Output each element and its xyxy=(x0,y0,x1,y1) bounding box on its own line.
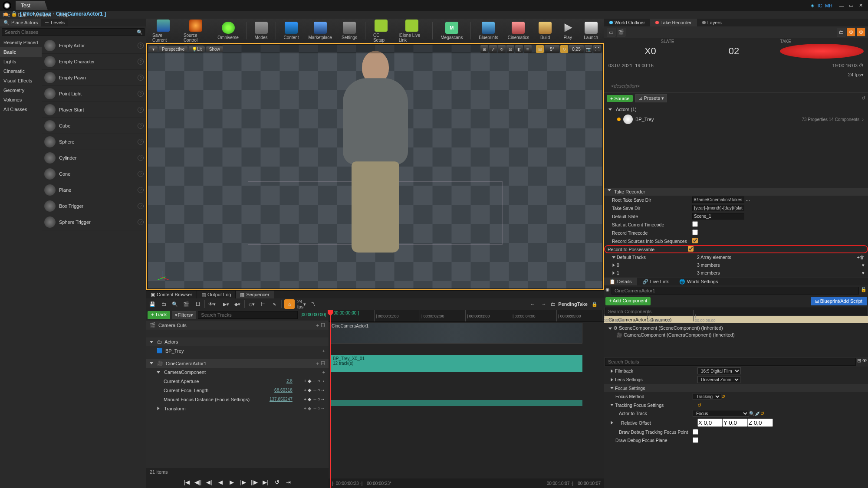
project-tab[interactable]: Test xyxy=(16,1,48,10)
search-components-input[interactable] xyxy=(605,308,867,315)
snap-rot-button[interactable]: ↻ xyxy=(560,45,568,53)
snap-angle[interactable]: 5° xyxy=(545,45,559,53)
info-icon[interactable]: ? xyxy=(138,59,144,65)
vp-cam-speed[interactable]: 📷 xyxy=(585,45,592,53)
take-clap-icon[interactable]: 🎬 xyxy=(617,28,625,36)
lock-details-icon[interactable]: 🔓 xyxy=(861,287,867,295)
section-take-recorder[interactable]: Take Recorder xyxy=(604,188,868,196)
track-mfd[interactable]: Manual Focus Distance (Focus Settings)13… xyxy=(146,395,329,404)
category-recently-placed[interactable]: Recently Placed xyxy=(0,38,42,47)
seq-search-icon[interactable]: 🔍 xyxy=(171,300,179,308)
show-dropdown[interactable]: Show xyxy=(206,46,223,52)
snap-grid-button[interactable]: ⊞ xyxy=(536,45,544,53)
add-component-button[interactable]: + Add Component xyxy=(605,297,651,305)
actor-sphere-trigger[interactable]: Sphere Trigger? xyxy=(42,214,146,230)
plus-icon[interactable]: + 🎞 xyxy=(316,361,325,366)
actor-player-start[interactable]: Player Start? xyxy=(42,102,146,118)
loop-icon[interactable]: ↺ xyxy=(273,478,281,486)
tb-play[interactable]: Play xyxy=(559,21,576,41)
vp-tool-5[interactable]: ◧ xyxy=(515,45,523,53)
info-icon[interactable]: ? xyxy=(138,91,144,97)
take-settings-icon[interactable]: ⚙ xyxy=(847,28,855,36)
source-bp-trey[interactable]: BP_Trey 73 Properties 14 Components › xyxy=(608,113,864,125)
track-focal[interactable]: Current Focal Length68,60318+ ◆ ←○→ xyxy=(146,386,329,395)
slate-value[interactable]: X0 xyxy=(608,46,692,57)
tab-place-actors[interactable]: 🔍 Place Actors xyxy=(0,19,41,26)
play-icon[interactable]: ▶ xyxy=(227,478,236,486)
track-transform[interactable]: Transform+ ◆ ←○→ xyxy=(146,404,329,413)
reverse-icon[interactable]: ◀ xyxy=(216,478,225,486)
camera-cuts-clip[interactable]: CineCameraActor1 xyxy=(330,323,582,344)
tab-content-browser[interactable]: ▣ Content Browser xyxy=(146,291,197,298)
seq-nav-prev-icon[interactable]: ← xyxy=(528,300,537,308)
prop-actor-track[interactable]: Actor to TrackFocus 🔍 💉 ↺ xyxy=(604,409,868,418)
vp-tool-3[interactable]: ↻ xyxy=(498,45,506,53)
add-source-button[interactable]: + Source xyxy=(607,95,633,102)
prop-input[interactable] xyxy=(692,197,744,203)
tab-take-recorder[interactable]: Take Recorder xyxy=(650,19,697,26)
seq-lock-icon[interactable]: 🔒 xyxy=(590,300,599,308)
comp-scene[interactable]: ⚙ SceneComponent (SceneComponent) (Inher… xyxy=(608,324,864,331)
vp-tool-1[interactable]: ⊞ xyxy=(480,45,488,53)
seq-marker-icon[interactable]: ⌂ xyxy=(284,299,295,309)
step-fwd-icon[interactable]: ||▶ xyxy=(250,478,259,486)
close-button[interactable]: ✕ xyxy=(856,2,865,9)
ro-y[interactable] xyxy=(723,419,748,427)
goto-start-icon[interactable]: |◀ xyxy=(182,478,191,486)
tb-settings[interactable]: Settings xyxy=(340,21,359,41)
take-gear2-icon[interactable]: ⚙ xyxy=(857,28,865,36)
tb-megascans[interactable]: MMegascans xyxy=(439,21,464,41)
track-actors-folder[interactable]: 🗀 Actors xyxy=(146,337,329,346)
category-basic[interactable]: Basic xyxy=(0,47,42,57)
plus-icon[interactable]: + xyxy=(322,370,325,375)
filmback-select[interactable]: 16:9 Digital Film xyxy=(697,367,741,374)
info-icon[interactable]: ? xyxy=(138,43,144,49)
seq-snap-icon[interactable]: ⊢ xyxy=(259,300,267,308)
tb-launch[interactable]: Launch xyxy=(582,21,600,41)
prop-relative-offset[interactable]: Relative Offset xyxy=(604,418,868,428)
snap-scale[interactable]: 0,25 xyxy=(569,45,584,53)
range-icon[interactable]: ⇥ xyxy=(284,478,293,486)
search-classes-input[interactable] xyxy=(2,28,145,36)
info-icon[interactable]: ? xyxy=(138,123,144,129)
seq-render-icon[interactable]: 🎬 xyxy=(182,300,191,308)
tab-live-link[interactable]: 🔗 Live Link xyxy=(637,278,674,285)
instance-row[interactable]: CineCameraActor1 (Instance) xyxy=(604,316,868,323)
tb-build[interactable]: Build xyxy=(537,21,553,41)
minimize-button[interactable]: — xyxy=(837,2,846,9)
tab-world-outliner[interactable]: World Outliner xyxy=(604,19,650,26)
vr-icon[interactable]: ◈ xyxy=(811,3,814,8)
vp-tool-4[interactable]: ⊡ xyxy=(506,45,514,53)
seq-key-icon[interactable]: ◆▾ xyxy=(233,300,242,308)
clear-icon[interactable]: 🗑 xyxy=(860,255,865,260)
prop-input[interactable] xyxy=(692,205,744,211)
tb-source-control[interactable]: Source Control xyxy=(182,19,210,43)
pick-icon[interactable]: 💉 xyxy=(755,411,760,416)
eject-icon[interactable]: ⏏ xyxy=(3,11,8,17)
timeline-ruler[interactable]: [ 00:00:00:00 ] | 00:00:01:00| 00:00:02:… xyxy=(329,310,604,322)
tb-blueprints[interactable]: Blueprints xyxy=(477,21,500,41)
info-icon[interactable]: ? xyxy=(138,155,144,161)
ro-z[interactable] xyxy=(748,419,773,427)
prop-checkbox[interactable] xyxy=(688,246,694,252)
seq-graph-icon[interactable]: 〽 xyxy=(309,300,317,308)
blueprint-button[interactable]: ⊞ Blueprint/Add Script xyxy=(811,297,867,305)
tb-save-current[interactable]: Save Current xyxy=(151,19,176,43)
description-input[interactable] xyxy=(608,82,864,90)
step-back-icon[interactable]: ◀|| xyxy=(194,478,202,486)
track-camcomp[interactable]: CameraComponent+ xyxy=(146,368,329,377)
tab-sequencer[interactable]: ▦ Sequencer xyxy=(236,291,274,298)
tab-world-settings[interactable]: 🌐 World Settings xyxy=(674,278,723,285)
track-camera-cuts[interactable]: 🎬 Camera Cuts+ 🎞 xyxy=(146,321,329,330)
prop-focus-method[interactable]: Focus MethodTracking ↺ xyxy=(604,392,868,401)
tb-omniverse[interactable]: Omniverse xyxy=(216,21,240,41)
category-visual-effects[interactable]: Visual Effects xyxy=(0,76,42,85)
tab-layers[interactable]: Layers xyxy=(697,19,727,26)
actor-empty-pawn[interactable]: Empty Pawn? xyxy=(42,70,146,86)
timeline[interactable]: [ 00:00:00:00 ] | 00:00:01:00| 00:00:02:… xyxy=(329,310,604,488)
seq-clap-icon[interactable]: 🎞 xyxy=(193,300,202,308)
viewport-canvas[interactable] xyxy=(148,45,602,288)
actor-empty-actor[interactable]: Empty Actor? xyxy=(42,38,146,54)
actor-empty-character[interactable]: Empty Character? xyxy=(42,54,146,70)
actor-box-trigger[interactable]: Box Trigger? xyxy=(42,198,146,214)
